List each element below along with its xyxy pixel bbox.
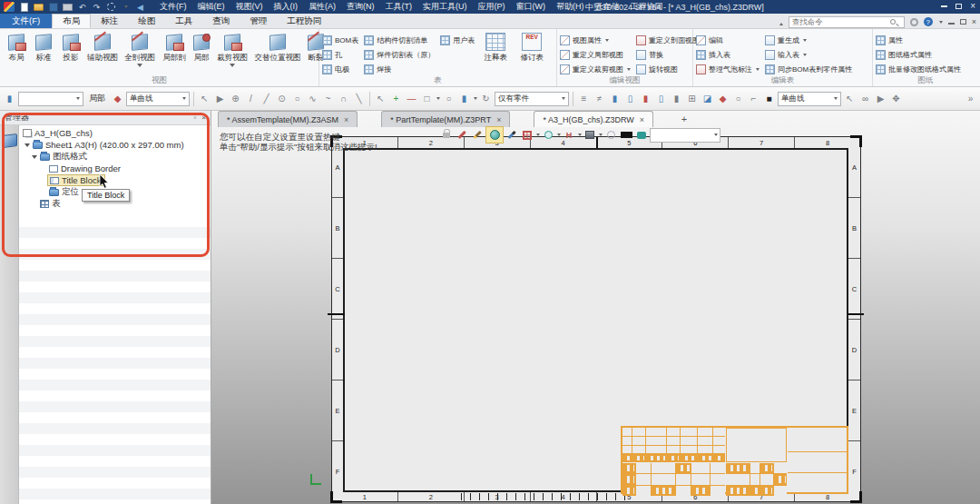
group-icon[interactable]: ⊞: [685, 92, 699, 106]
replace-button[interactable]: 替换: [636, 47, 700, 62]
detail-view-button[interactable]: 局部: [190, 30, 213, 76]
edit-table-button[interactable]: 编辑: [696, 33, 760, 47]
alternate-position-view-button[interactable]: 交替位置视图: [251, 30, 304, 76]
add-icon[interactable]: +: [389, 92, 403, 106]
restore-button[interactable]: [956, 4, 962, 9]
align-bottom-icon[interactable]: ▮: [670, 92, 683, 106]
open-sketch-icon[interactable]: ◪: [701, 92, 714, 106]
close-icon[interactable]: ×: [640, 115, 644, 124]
tab-collab[interactable]: 工程协同: [277, 14, 331, 28]
import-table-button[interactable]: 输入表: [765, 47, 852, 62]
pick-arrow-icon[interactable]: ↖: [843, 92, 857, 106]
arrange-balloon-button[interactable]: 整理气泡标注: [696, 62, 760, 76]
minimize-button[interactable]: [941, 5, 947, 7]
print-icon[interactable]: [63, 2, 73, 12]
qat-dropdown-icon[interactable]: [121, 2, 131, 12]
circle-outline-icon[interactable]: [603, 128, 618, 143]
tab-layout[interactable]: 布局: [52, 14, 91, 28]
chevron-down-icon[interactable]: [578, 133, 582, 138]
window-select-icon[interactable]: □: [420, 92, 434, 106]
undo-icon[interactable]: ↶: [77, 2, 87, 12]
pick-icon[interactable]: ↖: [374, 92, 387, 106]
tree-node-sheet-format[interactable]: 图纸格式: [32, 151, 87, 163]
hole-table-button[interactable]: 孔: [322, 47, 358, 62]
title-block-cell-middle[interactable]: [726, 428, 787, 462]
view-attributes-button[interactable]: 视图属性: [560, 33, 631, 47]
menu-help[interactable]: 帮助(H): [552, 1, 589, 13]
polyline-icon[interactable]: ╱: [260, 92, 273, 106]
pan-icon[interactable]: ✥: [889, 92, 903, 106]
save-icon[interactable]: [48, 2, 58, 12]
tree-node-anchor[interactable]: 定位: [49, 186, 79, 198]
toolbar-overflow-button[interactable]: »: [964, 92, 977, 106]
doc-close-button[interactable]: ×: [972, 18, 976, 26]
redefine-section-view-button[interactable]: 重定义剖面视图: [636, 33, 700, 47]
menu-inquire[interactable]: 查询(N): [342, 1, 379, 13]
menu-file[interactable]: 文件(F): [155, 1, 191, 13]
hatch-pattern-icon[interactable]: [520, 128, 534, 143]
chevron-down-icon[interactable]: [803, 54, 807, 58]
line-icon[interactable]: /: [244, 92, 258, 106]
menu-view[interactable]: 视图(V): [231, 1, 268, 13]
line-color-swatch-icon[interactable]: [619, 128, 633, 143]
chevron-down-icon[interactable]: [137, 64, 142, 70]
linetype-dropdown[interactable]: [650, 128, 720, 143]
ribbon-collapse-icon[interactable]: [779, 21, 783, 25]
play-icon[interactable]: ▶: [213, 92, 227, 106]
regen-icon[interactable]: [106, 2, 116, 12]
align-lines-icon[interactable]: ≡: [577, 92, 591, 106]
menu-attribute[interactable]: 属性(A): [304, 1, 340, 13]
chevron-down-icon[interactable]: [436, 97, 440, 102]
full-section-view-button[interactable]: 全剖视图: [121, 30, 159, 76]
sheet-format-attributes-button[interactable]: 图纸格式属性: [876, 47, 961, 62]
doc-minimize-button[interactable]: [948, 23, 955, 25]
fill-color-icon[interactable]: [583, 128, 597, 143]
chevron-down-icon[interactable]: [756, 68, 760, 73]
red-pencil-icon[interactable]: [455, 128, 469, 143]
close-icon[interactable]: ×: [496, 115, 501, 124]
tree-node-table[interactable]: 表: [40, 198, 61, 210]
layout-view-button[interactable]: 布局: [3, 30, 30, 76]
chevron-down-icon[interactable]: [474, 97, 477, 102]
arc-icon[interactable]: ∩: [337, 92, 350, 106]
pick-filter-combo[interactable]: 仅有零件: [495, 92, 569, 106]
wave-icon[interactable]: ∿: [306, 92, 319, 106]
tab-manage[interactable]: 管理: [240, 14, 277, 28]
doc-tab-assem-template[interactable]: * AssemTemplate(MM).Z3ASM×: [218, 111, 358, 127]
menu-application[interactable]: 应用(P): [474, 1, 510, 13]
open-file-icon[interactable]: [34, 2, 44, 12]
tab-dimension[interactable]: 标注: [91, 14, 128, 28]
view-orientation-icon[interactable]: [485, 126, 504, 143]
expand-caret-icon[interactable]: [32, 155, 37, 162]
batch-modify-format-button[interactable]: 批量修改图纸格式属性: [876, 62, 961, 76]
tree-node-root[interactable]: A3_H(GB_chs): [23, 127, 93, 139]
crop-view-button[interactable]: 裁剪视图: [213, 30, 251, 76]
chevron-down-icon[interactable]: [230, 64, 235, 70]
doc-restore-button[interactable]: [960, 19, 966, 25]
select-icon[interactable]: ↖: [198, 92, 211, 106]
menu-insert[interactable]: 插入(I): [270, 1, 303, 13]
new-document-tab-button[interactable]: +: [677, 111, 691, 127]
annotation-table-button[interactable]: 注释表: [480, 30, 511, 76]
lock-icon[interactable]: [439, 128, 454, 143]
align-right-icon[interactable]: ▮: [639, 92, 652, 106]
refresh-filter-icon[interactable]: ↻: [479, 92, 493, 106]
bom-table-button[interactable]: BOM表: [322, 33, 358, 47]
layer-icon[interactable]: ◆: [111, 92, 124, 106]
collapse-icon[interactable]: ◀: [135, 2, 145, 12]
doc-tab-part-template[interactable]: * PartTemplate(MM).Z3PRT×: [381, 111, 510, 127]
local-section-button[interactable]: 局部剖: [159, 30, 190, 76]
search-icon[interactable]: [890, 19, 896, 25]
tab-drawing[interactable]: 绘图: [128, 14, 165, 28]
doc-tab-a3-drawing[interactable]: * A3_H(GB_chs).Z3DRW×: [534, 111, 653, 127]
circle-style-icon[interactable]: [541, 128, 555, 143]
standard-view-button[interactable]: 标准: [30, 30, 57, 76]
chevron-down-icon[interactable]: [536, 133, 540, 138]
title-block-grid-left-top[interactable]: [622, 428, 725, 462]
drawing-sheet-a3[interactable]: 1 2 3 4 5 6 7 8 1 2 3 4 5 6 7 8 A B C D …: [331, 136, 861, 502]
hatch-style-icon[interactable]: H: [562, 128, 576, 143]
expand-caret-icon[interactable]: [24, 143, 30, 150]
title-block[interactable]: [621, 426, 848, 494]
tab-tools[interactable]: 工具: [165, 14, 202, 28]
insert-table-button[interactable]: 插入表: [696, 47, 760, 62]
